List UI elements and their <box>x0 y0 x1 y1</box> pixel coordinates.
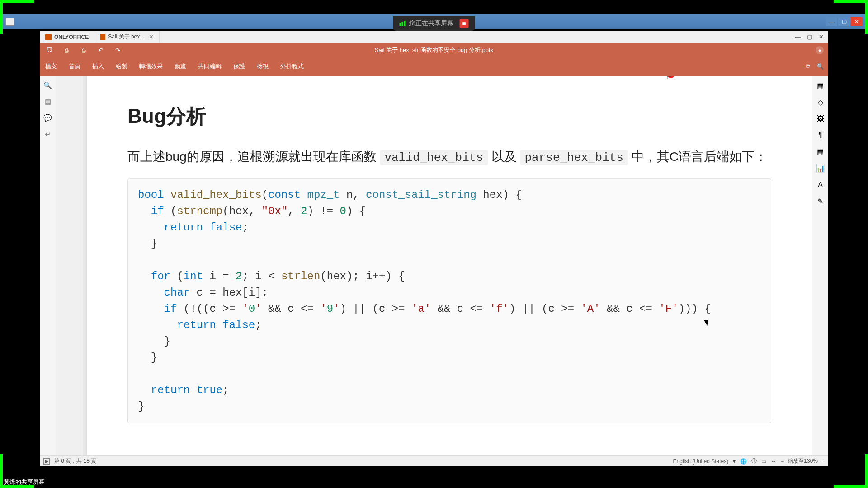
taskbar-app-icon[interactable] <box>5 18 14 26</box>
fit-page-icon[interactable]: ▭ <box>761 458 766 465</box>
menu-insert[interactable]: 插入 <box>91 61 105 72</box>
slide-settings-icon[interactable]: ▦ <box>817 81 824 90</box>
main-menu: 檔案 首頁 插入 繪製 轉場效果 動畫 共同編輯 保護 檢視 外掛程式 ⧉ 🔍 <box>40 57 828 76</box>
inline-code-1: valid_hex_bits <box>380 150 488 165</box>
feedback-icon[interactable]: ↩ <box>44 130 52 138</box>
document-tab-label: Sail 关于 hex... <box>108 33 144 41</box>
language-label[interactable]: English (United States) <box>673 458 729 465</box>
menu-animation[interactable]: 動畫 <box>174 61 187 72</box>
slide-title: Bug分析 <box>127 103 771 130</box>
presentation-icon <box>100 34 105 40</box>
maximize-button[interactable]: ▢ <box>838 17 850 26</box>
inline-code-2: parse_hex_bits <box>520 150 628 165</box>
tab-close-icon[interactable]: ✕ <box>149 33 154 40</box>
stop-sharing-button[interactable]: ⏹ <box>460 19 469 28</box>
page-indicator[interactable]: 第 6 頁，共 18 頁 <box>54 457 96 465</box>
sharing-label: 您正在共享屏幕 <box>409 19 453 28</box>
user-avatar-icon[interactable]: ● <box>816 46 824 54</box>
home-tab-label: ONLYOFFICE <box>54 34 89 40</box>
app-minimize-button[interactable]: — <box>795 33 801 40</box>
image-settings-icon[interactable]: 🖼 <box>817 115 824 123</box>
document-title: Sail 关于 hex_str 函数的不安全 bug 分析.pptx <box>375 46 493 54</box>
para-text-1: 而上述bug的原因，追根溯源就出现在库函数 <box>127 150 380 164</box>
paragraph-settings-icon[interactable]: ¶ <box>818 131 822 139</box>
app-tabbar: ONLYOFFICE Sail 关于 hex... ✕ — ▢ ✕ <box>40 31 828 43</box>
slide-content[interactable]: Bug分析 而上述bug的原因，追根溯源就出现在库函数 valid_hex_bi… <box>87 76 812 455</box>
quick-print-icon[interactable]: ⎙ <box>79 45 89 55</box>
slide-canvas[interactable]: Bug分析 而上述bug的原因，追根溯源就出现在库函数 valid_hex_bi… <box>56 76 812 455</box>
search-icon[interactable]: 🔍 <box>44 81 52 89</box>
home-tab[interactable]: ONLYOFFICE <box>40 31 94 43</box>
print-icon[interactable]: ⎙ <box>61 45 71 55</box>
slide-thumbnail-strip[interactable] <box>56 76 83 455</box>
app-toolbar: 🖫 ⎙ ⎙ ↶ ↷ Sail 关于 hex_str 函数的不安全 bug 分析.… <box>40 43 828 76</box>
menu-view[interactable]: 檢視 <box>256 61 269 72</box>
chart-settings-icon[interactable]: 📊 <box>816 164 825 173</box>
comments-icon[interactable]: 💬 <box>44 114 52 122</box>
fit-width-icon[interactable]: ↔ <box>771 458 776 465</box>
document-tab[interactable]: Sail 关于 hex... ✕ <box>94 31 160 43</box>
menu-protect[interactable]: 保護 <box>232 61 246 72</box>
close-button[interactable]: ✕ <box>851 17 863 26</box>
sharing-indicator[interactable]: 您正在共享屏幕 ⏹ <box>393 16 475 31</box>
open-location-icon[interactable]: ⧉ <box>806 63 810 70</box>
spellcheck-icon[interactable]: 🌐 <box>740 458 747 465</box>
menu-collab[interactable]: 共同編輯 <box>197 61 222 72</box>
bug-badge-icon: 🐞 <box>664 76 676 80</box>
text-art-icon[interactable]: A <box>818 181 823 189</box>
search-top-icon[interactable]: 🔍 <box>816 63 824 70</box>
zoom-level[interactable]: 縮放至130% <box>788 457 818 465</box>
left-rail: 🔍 ▤ 💬 ↩ <box>40 76 56 455</box>
onlyoffice-logo-icon <box>45 34 52 40</box>
docinfo-icon[interactable]: ⓘ <box>751 457 757 465</box>
menu-plugins[interactable]: 外掛程式 <box>279 61 305 72</box>
slide-paragraph: 而上述bug的原因，追根溯源就出现在库函数 valid_hex_bits 以及 … <box>127 146 771 168</box>
slideshow-button[interactable]: ▶ <box>43 458 50 465</box>
table-settings-icon[interactable]: ▦ <box>817 147 824 156</box>
minimize-button[interactable]: — <box>826 17 837 26</box>
app-maximize-button[interactable]: ▢ <box>807 33 812 40</box>
onlyoffice-window: ONLYOFFICE Sail 关于 hex... ✕ — ▢ ✕ 🖫 ⎙ ⎙ … <box>40 31 828 466</box>
shape-settings-icon[interactable]: ◇ <box>818 98 823 107</box>
menu-draw[interactable]: 繪製 <box>115 61 128 72</box>
signal-icon <box>400 21 406 26</box>
zoom-in-button[interactable]: + <box>821 458 825 465</box>
presenter-name-label: 黄烁的共享屏幕 <box>4 478 45 486</box>
menu-home[interactable]: 首頁 <box>68 61 81 72</box>
zoom-out-button[interactable]: − <box>781 458 784 465</box>
para-text-2: 以及 <box>488 150 520 164</box>
status-bar: ▶ 第 6 頁，共 18 頁 English (United States) ▾… <box>40 455 828 466</box>
right-rail: ▦ ◇ 🖼 ¶ ▦ 📊 A ✎ <box>812 76 828 455</box>
slides-icon[interactable]: ▤ <box>44 98 52 106</box>
menu-file[interactable]: 檔案 <box>44 61 58 72</box>
menu-transitions[interactable]: 轉場效果 <box>138 61 164 72</box>
para-text-3: 中，其C语言后端如下： <box>628 150 767 164</box>
window-controls: — ▢ ✕ <box>826 17 863 26</box>
save-icon[interactable]: 🖫 <box>44 45 54 55</box>
code-block: bool valid_hex_bits(const mpz_t n, const… <box>127 178 771 423</box>
redo-icon[interactable]: ↷ <box>113 45 123 55</box>
signature-icon[interactable]: ✎ <box>817 197 823 206</box>
undo-icon[interactable]: ↶ <box>96 45 106 55</box>
app-close-button[interactable]: ✕ <box>819 33 824 40</box>
